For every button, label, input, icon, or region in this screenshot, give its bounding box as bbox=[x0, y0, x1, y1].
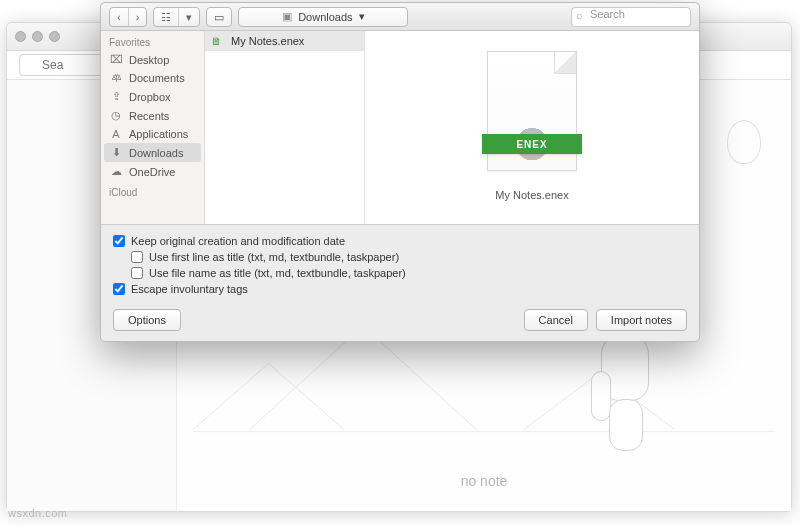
enex-badge: ENEX bbox=[482, 134, 582, 154]
file-name: My Notes.enex bbox=[231, 35, 304, 47]
sidebar-item-documents[interactable]: 𐄷Documents bbox=[101, 69, 204, 87]
opt-label: Keep original creation and modification … bbox=[131, 235, 345, 247]
sidebar-item-label: Documents bbox=[129, 72, 185, 84]
sidebar-item-dropbox[interactable]: ⇪Dropbox bbox=[101, 87, 204, 106]
view-mode-seg[interactable]: ☷ ▾ bbox=[153, 7, 200, 27]
enex-file-icon: 🗎 bbox=[211, 35, 225, 47]
sheet-sidebar: Favorites ⌧Desktop 𐄷Documents ⇪Dropbox ◷… bbox=[101, 31, 205, 224]
path-label: Downloads bbox=[298, 11, 352, 23]
nav-back-forward[interactable]: ‹ › bbox=[109, 7, 147, 27]
sheet-search-input[interactable]: Search bbox=[571, 7, 691, 27]
close-traffic-light[interactable] bbox=[15, 31, 26, 42]
nav-forward-icon[interactable]: › bbox=[129, 8, 147, 26]
options-button[interactable]: Options bbox=[113, 309, 181, 331]
sidebar-item-label: Applications bbox=[129, 128, 188, 140]
dropbox-icon: ⇪ bbox=[109, 90, 123, 103]
applications-icon: A bbox=[109, 128, 123, 140]
preview-file-name: My Notes.enex bbox=[495, 189, 568, 201]
minimize-traffic-light[interactable] bbox=[32, 31, 43, 42]
sidebar-item-label: Downloads bbox=[129, 147, 183, 159]
bear-character-illustration bbox=[591, 331, 661, 451]
cancel-button[interactable]: Cancel bbox=[524, 309, 588, 331]
empty-state-label: no note bbox=[177, 473, 791, 489]
opt-first-line-title-checkbox[interactable] bbox=[131, 251, 143, 263]
sidebar-item-label: Recents bbox=[129, 110, 169, 122]
import-notes-button[interactable]: Import notes bbox=[596, 309, 687, 331]
watermark: wsxdn.com bbox=[8, 507, 68, 519]
file-row[interactable]: 🗎 My Notes.enex bbox=[205, 31, 364, 51]
view-mode-icon: ☷ bbox=[154, 8, 179, 26]
sidebar-item-applications[interactable]: AApplications bbox=[101, 125, 204, 143]
sidebar-item-desktop[interactable]: ⌧Desktop bbox=[101, 50, 204, 69]
cloud-icon: ☁ bbox=[109, 165, 123, 178]
opt-label: Escape involuntary tags bbox=[131, 283, 248, 295]
chevron-down-icon: ▾ bbox=[359, 10, 365, 23]
sidebar-header-favorites: Favorites bbox=[101, 31, 204, 50]
import-options: Keep original creation and modification … bbox=[101, 224, 699, 301]
downloads-icon: ⬇ bbox=[109, 146, 123, 159]
file-column: 🗎 My Notes.enex bbox=[205, 31, 365, 224]
opt-label: Use file name as title (txt, md, textbun… bbox=[149, 267, 406, 279]
documents-icon: 𐄷 bbox=[109, 72, 123, 84]
recents-icon: ◷ bbox=[109, 109, 123, 122]
sidebar-item-recents[interactable]: ◷Recents bbox=[101, 106, 204, 125]
path-popup[interactable]: ▣ Downloads ▾ bbox=[238, 7, 408, 27]
folder-action-button[interactable]: ▭ bbox=[206, 7, 232, 27]
sidebar-item-downloads[interactable]: ⬇Downloads bbox=[104, 143, 201, 162]
opt-label: Use first line as title (txt, md, textbu… bbox=[149, 251, 399, 263]
opt-escape-tags-checkbox[interactable] bbox=[113, 283, 125, 295]
file-thumbnail: ENEX bbox=[487, 51, 577, 171]
import-sheet: ‹ › ☷ ▾ ▭ ▣ Downloads ▾ Search Favorites… bbox=[100, 2, 700, 342]
sidebar-item-label: Desktop bbox=[129, 54, 169, 66]
opt-keep-dates-checkbox[interactable] bbox=[113, 235, 125, 247]
sheet-toolbar: ‹ › ☷ ▾ ▭ ▣ Downloads ▾ Search bbox=[101, 3, 699, 31]
nav-back-icon[interactable]: ‹ bbox=[110, 8, 129, 26]
file-preview: ENEX My Notes.enex bbox=[365, 31, 699, 224]
folder-icon: ▭ bbox=[207, 8, 231, 26]
zoom-traffic-light[interactable] bbox=[49, 31, 60, 42]
chevron-down-icon: ▾ bbox=[179, 8, 199, 26]
sidebar-item-onedrive[interactable]: ☁OneDrive bbox=[101, 162, 204, 181]
sheet-button-bar: Options Cancel Import notes bbox=[101, 301, 699, 341]
opt-filename-title-checkbox[interactable] bbox=[131, 267, 143, 279]
sidebar-item-label: OneDrive bbox=[129, 166, 175, 178]
desktop-icon: ⌧ bbox=[109, 53, 123, 66]
sidebar-item-label: Dropbox bbox=[129, 91, 171, 103]
folder-icon: ▣ bbox=[282, 10, 292, 23]
page-fold-icon bbox=[554, 52, 576, 74]
sidebar-header-icloud: iCloud bbox=[101, 181, 204, 200]
balloon-illustration bbox=[727, 120, 761, 164]
